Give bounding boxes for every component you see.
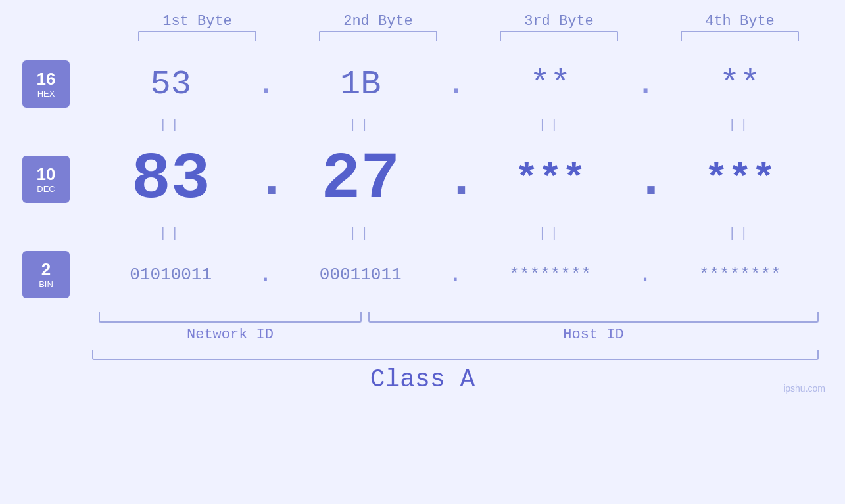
byte-label-1: 1st Byte (132, 13, 263, 30)
dec-badge-number: 10 (37, 165, 56, 184)
eq1-2: || (288, 118, 433, 133)
wide-bottom-bracket (92, 350, 819, 360)
byte-label-2: 2nd Byte (312, 13, 444, 30)
bracket-byte-1 (138, 31, 256, 41)
network-bracket (99, 312, 362, 323)
byte-label-4: 4th Byte (674, 13, 806, 30)
hex-dot-3: . (635, 65, 655, 104)
hex-dot-1: . (256, 65, 276, 104)
hex-dot-2: . (445, 65, 465, 104)
bin-val-2: 00011011 (288, 265, 433, 285)
dec-badge: 10 DEC (22, 156, 70, 203)
hex-val-4: ** (667, 65, 812, 104)
hex-val-3: ** (478, 65, 623, 104)
eq2-4: || (667, 226, 812, 241)
byte-headers: 1st Byte 2nd Byte 3rd Byte 4th Byte (107, 13, 831, 30)
dec-dot-1: . (256, 150, 276, 210)
eq2-1: || (99, 226, 243, 241)
watermark: ipshu.com (783, 383, 825, 394)
dec-val-2: 27 (288, 143, 433, 217)
dec-dot-2: . (445, 150, 465, 210)
bin-dot-3: . (635, 262, 655, 288)
bin-val-3: ******** (478, 265, 623, 285)
dec-badge-label: DEC (37, 184, 55, 194)
eq1-4: || (667, 118, 812, 133)
hex-val-2: 1B (288, 65, 433, 104)
bracket-byte-2 (319, 31, 437, 41)
bin-dot-1: . (256, 262, 276, 288)
dec-val-1: 83 (99, 143, 243, 217)
bracket-byte-3 (500, 31, 618, 41)
eq2-3: || (478, 226, 623, 241)
hex-badge-label: HEX (37, 89, 55, 99)
dec-val-4: *** (667, 157, 812, 202)
bin-val-4: ******** (667, 265, 812, 285)
hex-badge-number: 16 (37, 70, 56, 89)
bin-val-1: 01010011 (99, 265, 243, 285)
bin-badge-number: 2 (41, 260, 51, 279)
eq1-3: || (478, 118, 623, 133)
host-bracket (368, 312, 819, 323)
hex-badge: 16 HEX (22, 60, 70, 108)
bin-badge: 2 BIN (22, 251, 70, 298)
dec-val-3: *** (478, 157, 623, 202)
byte-label-3: 3rd Byte (493, 13, 625, 30)
host-id-label: Host ID (368, 327, 819, 343)
class-label: Class A (370, 365, 475, 394)
network-id-label: Network ID (92, 327, 368, 343)
hex-val-1: 53 (99, 65, 243, 104)
bin-dot-2: . (445, 262, 465, 288)
eq1-1: || (99, 118, 243, 133)
bracket-byte-4 (681, 31, 799, 41)
eq2-2: || (288, 226, 433, 241)
bin-badge-label: BIN (39, 279, 53, 289)
top-brackets (107, 31, 831, 41)
main-container: 1st Byte 2nd Byte 3rd Byte 4th Byte 16 H… (0, 0, 845, 504)
dec-dot-3: . (635, 150, 655, 210)
